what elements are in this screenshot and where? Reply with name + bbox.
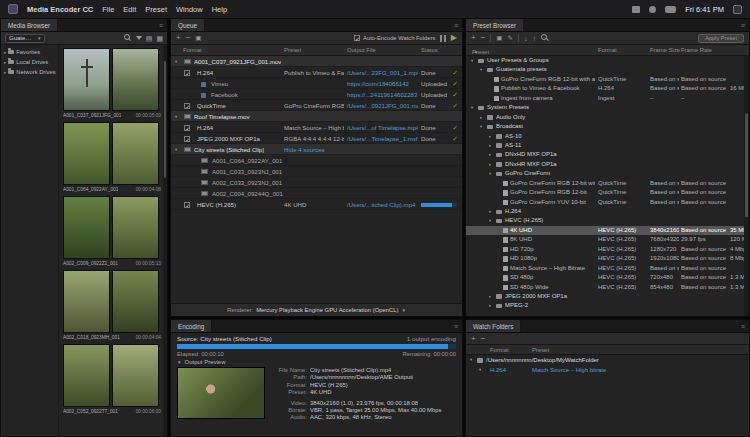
- queue-output-row[interactable]: HEVC (H.265)4K UHD/Users/...itched Clip)…: [171, 199, 462, 210]
- apply-preset-button[interactable]: Apply Preset: [698, 34, 744, 43]
- thumbnail-view-icon[interactable]: ▦: [156, 35, 163, 42]
- preset-group-row[interactable]: ▸AS-10: [466, 132, 749, 141]
- media-item[interactable]: A002_C052_0922T7_00100:00:06:00: [63, 344, 161, 416]
- disclosure-icon[interactable]: ▾: [471, 103, 473, 112]
- chevron-down-icon[interactable]: ▾: [175, 144, 177, 155]
- column-output-file[interactable]: Output File: [347, 47, 376, 53]
- preset-group-row[interactable]: ▾User Presets & Groups: [466, 56, 749, 65]
- preset-group-row[interactable]: ▸H.264: [466, 207, 749, 216]
- preset-row[interactable]: HD 1080pHEVC (H.265)1920x1080Based on so…: [466, 254, 749, 263]
- queue-source-row[interactable]: A001_C064_0922AY_001: [171, 155, 462, 166]
- chevron-down-icon[interactable]: ▾: [479, 365, 481, 375]
- pause-queue-icon[interactable]: [440, 35, 446, 42]
- menu-edit[interactable]: Edit: [123, 5, 136, 14]
- video-thumbnail[interactable]: [63, 270, 110, 333]
- disclosure-icon[interactable]: ▸: [489, 301, 491, 310]
- remove-item-icon[interactable]: −: [186, 34, 191, 42]
- preset-row[interactable]: GoPro CineForm RGB 12-bit with alpha (Al…: [466, 75, 749, 84]
- preset-row[interactable]: Ingest from cameraIngest––: [466, 94, 749, 103]
- preset-group-row[interactable]: ▸Audio Only: [466, 113, 749, 122]
- scrollbar-thumb[interactable]: [164, 61, 166, 178]
- output-checkbox[interactable]: [184, 136, 190, 142]
- output-checkbox[interactable]: [184, 70, 190, 76]
- video-thumbnail[interactable]: [112, 270, 159, 333]
- display-status-icon[interactable]: [632, 6, 640, 13]
- filter-icon[interactable]: [136, 36, 142, 43]
- queue-source-row[interactable]: A001_C033_0923NJ_001: [171, 166, 462, 177]
- media-item[interactable]: A002_C009_0922Z1_00100:00:05:13: [63, 196, 161, 268]
- output-file-link[interactable]: https://com/184066142: [347, 78, 418, 89]
- watch-folder-output-row[interactable]: ▾H.264Match Source – High bitrate: [466, 365, 749, 375]
- column-frame-rate[interactable]: Frame Rate: [681, 47, 712, 53]
- queue-output-row[interactable]: QuickTimeGoPro CineForm RGB 12-b.../User…: [171, 100, 462, 111]
- preset-group-row[interactable]: ▾GoPro CineForm: [466, 169, 749, 178]
- column-status[interactable]: Status: [421, 47, 438, 53]
- scrollbar-thumb[interactable]: [745, 113, 748, 217]
- format-cell[interactable]: HEVC (H.265): [197, 199, 281, 210]
- queue-output-row[interactable]: H.264Publish to Vimeo & Facebo.../Users/…: [171, 67, 462, 78]
- output-checkbox[interactable]: [184, 103, 190, 109]
- chevron-down-icon[interactable]: ▾: [470, 355, 472, 365]
- sidebar-item-local-drives[interactable]: ▸Local Drives: [1, 57, 58, 67]
- hide-sources-link[interactable]: Hide 4 sources: [284, 144, 325, 155]
- panel-menu-icon[interactable]: ≡: [737, 320, 749, 332]
- video-thumbnail[interactable]: [112, 48, 159, 111]
- preset-row[interactable]: 8K UHDHEVC (H.265)7680x432029.97 fps120 …: [466, 235, 749, 244]
- start-queue-button[interactable]: ▶: [451, 34, 457, 42]
- tab-preset-browser[interactable]: Preset Browser: [466, 19, 524, 31]
- destination-name[interactable]: Facebook: [211, 89, 295, 100]
- disclosure-icon[interactable]: ▾: [489, 169, 491, 178]
- output-file-link[interactable]: /Users/...23FG_001_1.mp4: [347, 67, 418, 78]
- media-item[interactable]: A001_C064_0922AY_00100:00:04:08: [63, 122, 161, 194]
- battery-icon[interactable]: [665, 6, 676, 13]
- preset-group-row[interactable]: ▸JPEG 2000 MXF OP1a: [466, 292, 749, 301]
- disclosure-icon[interactable]: ▸: [489, 141, 491, 150]
- preset-cell[interactable]: RGBA 4:4:4 4:4:4 12-bit (BC...: [284, 133, 344, 144]
- auto-encode-checkbox[interactable]: [354, 35, 360, 41]
- chevron-down-icon[interactable]: ▾: [175, 56, 177, 67]
- panel-menu-icon[interactable]: ≡: [450, 320, 462, 332]
- menu-app-name[interactable]: Media Encoder CC: [27, 5, 93, 14]
- panel-menu-icon[interactable]: ≡: [450, 19, 462, 31]
- disclosure-icon[interactable]: ▸: [4, 60, 6, 65]
- format-cell[interactable]: QuickTime: [197, 100, 281, 111]
- preset-settings-icon[interactable]: ✎: [508, 35, 513, 42]
- watch-folder-row[interactable]: ▾/Users/nnnnnnnn/Desktop/MyWatchFolder: [466, 355, 749, 365]
- disclosure-icon[interactable]: ▸: [4, 50, 6, 55]
- menu-file[interactable]: File: [102, 5, 114, 14]
- panel-menu-icon[interactable]: ≡: [737, 19, 749, 31]
- preset-row[interactable]: GoPro CineForm RGB 12-bitQuickTimeBased …: [466, 188, 749, 197]
- video-thumbnail[interactable]: [63, 196, 110, 259]
- disclosure-icon[interactable]: ▸: [489, 207, 491, 216]
- export-preset-icon[interactable]: ↑: [532, 35, 536, 42]
- tab-watch-folders[interactable]: Watch Folders: [466, 320, 521, 332]
- disclosure-icon[interactable]: ▾: [480, 122, 482, 131]
- queue-job-row[interactable]: ▾Roof Timelapse.mov: [171, 111, 462, 122]
- new-preset-icon[interactable]: +: [471, 34, 476, 42]
- video-thumbnail[interactable]: [63, 344, 110, 407]
- preset-group-row[interactable]: ▸MPEG-2: [466, 301, 749, 310]
- media-group-select[interactable]: Guatemala ▼: [5, 34, 45, 43]
- column-preset[interactable]: Preset: [532, 347, 549, 353]
- tab-media-browser[interactable]: Media Browser: [1, 19, 58, 31]
- menubar-clock[interactable]: Fri 6:41 PM: [685, 5, 724, 14]
- output-checkbox[interactable]: [184, 125, 190, 131]
- preset-group-row[interactable]: ▸AS-11: [466, 141, 749, 150]
- preset-group-row[interactable]: ▸DNxHD MXF OP1a: [466, 150, 749, 159]
- column-frame-size[interactable]: Frame Size: [650, 47, 680, 53]
- queue-output-row[interactable]: Vimeohttps://com/184066142Uploaded✓: [171, 78, 462, 89]
- video-thumbnail[interactable]: [112, 122, 159, 185]
- new-group-icon[interactable]: ▣: [496, 35, 502, 42]
- format-cell[interactable]: H.264: [197, 122, 281, 133]
- output-file-link[interactable]: https://...24119614602283: [347, 89, 418, 100]
- preset-cell[interactable]: GoPro CineForm RGB 12-b...: [284, 100, 344, 111]
- sidebar-item-network-drives[interactable]: ▸Network Drives: [1, 67, 58, 77]
- preset-row[interactable]: SD 480p WideHEVC (H.265)854x480Based on …: [466, 283, 749, 292]
- preset-row[interactable]: HD 720pHEVC (H.265)1280x720Based on sour…: [466, 245, 749, 254]
- delete-preset-icon[interactable]: −: [481, 34, 486, 42]
- preset-cell[interactable]: Match Source – High bitr...: [284, 122, 344, 133]
- sidebar-item-favorites[interactable]: ▸Favorites: [1, 47, 58, 57]
- preset-row[interactable]: Match Source – High BitrateHEVC (H.265)B…: [466, 264, 749, 273]
- disclosure-icon[interactable]: ▾: [471, 56, 473, 65]
- preset-row[interactable]: GoPro CineForm RGB 12-bit with alphaQuic…: [466, 179, 749, 188]
